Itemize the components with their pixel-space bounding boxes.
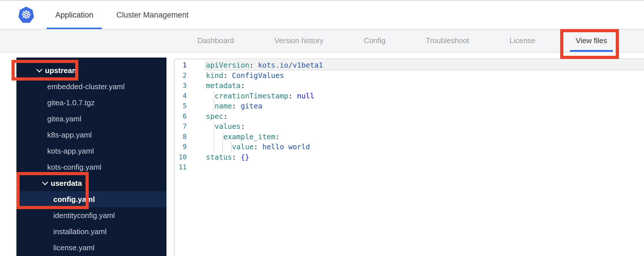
tree-item-label: identityconfig.yaml: [53, 211, 115, 220]
nav-item-troubleshoot[interactable]: Troubleshoot: [426, 30, 469, 52]
top-tab-label: Application: [55, 11, 93, 20]
code-text: example_item:: [206, 132, 280, 142]
nav-item-view-files[interactable]: View files: [576, 30, 607, 52]
code-text: spec:: [206, 111, 228, 122]
top-tab-bar: ApplicationCluster Management: [47, 1, 197, 29]
kots-admin-console: ☸ ApplicationCluster Management Dashboar…: [0, 0, 644, 256]
nav-item-version-history[interactable]: Version history: [274, 30, 324, 52]
tree-item-label: k8s-app.yaml: [47, 131, 92, 140]
code-text: name: gitea: [206, 101, 262, 111]
nav-item-label: Dashboard: [197, 36, 234, 45]
nav-item-label: Version history: [274, 36, 324, 45]
tree-item-label: upstream: [45, 66, 79, 75]
code-line-5[interactable]: name: gitea: [175, 101, 644, 111]
tree-item-label: gitea-1.0.7.tgz: [47, 98, 95, 107]
tree-file-gitea-yaml[interactable]: gitea.yaml: [16, 111, 166, 127]
nav-item-license[interactable]: License: [509, 30, 535, 52]
tree-item-label: embedded-cluster.yaml: [47, 82, 125, 91]
code-text: value: hello world: [206, 142, 310, 152]
tree-file-license-yaml[interactable]: license.yaml: [16, 240, 166, 256]
top-tab-cluster-management[interactable]: Cluster Management: [108, 1, 197, 29]
code-line-2[interactable]: kind: ConfigValues: [175, 70, 644, 81]
code-line-4[interactable]: creationTimestamp: null: [175, 91, 644, 101]
chevron-down-icon: [42, 179, 48, 185]
tree-file-kots-config-yaml[interactable]: kots-config.yaml: [16, 159, 166, 175]
tree-file-embedded-cluster-yaml[interactable]: embedded-cluster.yaml: [16, 79, 166, 95]
code-text: values:: [206, 121, 245, 132]
code-line-10[interactable]: status: {}: [175, 152, 644, 163]
helm-wheel-glyph: ☸: [21, 9, 31, 20]
nav-item-label: License: [509, 36, 535, 45]
nav-item-label: Troubleshoot: [426, 36, 469, 45]
nav-item-dashboard[interactable]: Dashboard: [197, 30, 234, 52]
app-nav-bar: DashboardVersion historyConfigTroublesho…: [0, 30, 644, 52]
code-line-6[interactable]: spec:: [175, 111, 644, 122]
tree-folder-upstream[interactable]: upstream: [16, 62, 166, 79]
top-tab-application[interactable]: Application: [47, 1, 102, 29]
code-text: creationTimestamp: null: [206, 91, 314, 101]
code-text: kind: ConfigValues: [206, 70, 284, 81]
tree-item-label: config.yaml: [53, 195, 95, 204]
file-viewer-editor[interactable]: 1234567891011 apiVersion: kots.io/v1beta…: [174, 59, 644, 256]
code-text: metadata:: [206, 81, 245, 91]
top-tab-label: Cluster Management: [116, 11, 189, 20]
tree-file-config-yaml[interactable]: config.yaml: [16, 191, 166, 207]
tree-file-gitea-1-0-7-tgz[interactable]: gitea-1.0.7.tgz: [16, 95, 166, 111]
tree-file-identityconfig-yaml[interactable]: identityconfig.yaml: [16, 207, 166, 223]
tree-item-label: kots-config.yaml: [47, 163, 101, 172]
code-line-3[interactable]: metadata:: [175, 81, 644, 91]
file-tree-sidebar: upstreamembedded-cluster.yamlgitea-1.0.7…: [16, 58, 166, 256]
code-line-7[interactable]: values:: [175, 121, 644, 132]
code-line-9[interactable]: value: hello world: [175, 142, 644, 152]
tree-item-label: gitea.yaml: [47, 114, 82, 123]
code-line-8[interactable]: example_item:: [175, 132, 644, 142]
code-text: apiVersion: kots.io/v1beta1: [206, 60, 323, 70]
code-line-1[interactable]: apiVersion: kots.io/v1beta1: [175, 60, 644, 70]
tree-item-label: kots-app.yaml: [47, 147, 94, 156]
tree-item-label: userdata: [51, 179, 82, 188]
code-text: status: {}: [206, 152, 249, 163]
tree-file-installation-yaml[interactable]: installation.yaml: [16, 223, 166, 240]
tree-item-label: installation.yaml: [53, 227, 107, 236]
nav-item-label: View files: [576, 36, 607, 45]
tree-folder-userdata[interactable]: userdata: [16, 175, 166, 191]
top-bar: ☸ ApplicationCluster Management: [0, 1, 644, 30]
nav-item-config[interactable]: Config: [364, 30, 385, 52]
tree-file-k8s-app-yaml[interactable]: k8s-app.yaml: [16, 127, 166, 143]
nav-item-label: Config: [364, 36, 385, 45]
chevron-down-icon: [36, 66, 42, 72]
tree-item-label: license.yaml: [53, 243, 94, 252]
kubernetes-logo-icon: ☸: [18, 7, 34, 23]
code-line-11[interactable]: [175, 162, 644, 173]
tree-file-kots-app-yaml[interactable]: kots-app.yaml: [16, 143, 166, 159]
